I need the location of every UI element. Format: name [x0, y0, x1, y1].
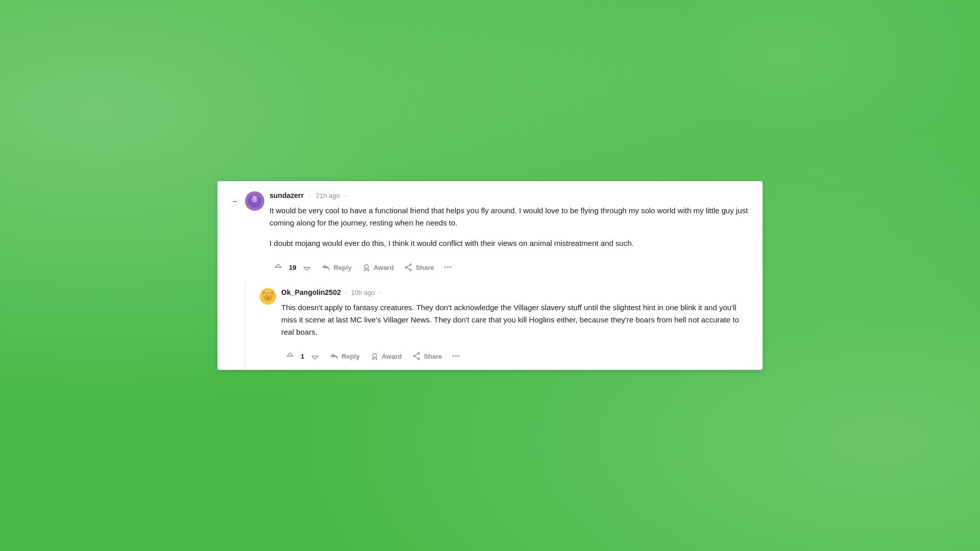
top-award-button[interactable]: Award	[358, 260, 398, 275]
reply-timestamp: 10h ago	[351, 289, 375, 296]
reply-share-button[interactable]: Share	[408, 348, 446, 364]
svg-point-25	[418, 353, 420, 354]
top-comment-username: sundazerr	[270, 191, 304, 199]
top-comment-body: It would be very cool to have a function…	[270, 205, 750, 249]
user-avatar-icon	[248, 194, 262, 208]
svg-line-28	[415, 357, 418, 359]
reply-more-button[interactable]: ···	[448, 348, 463, 364]
svg-point-12	[410, 269, 411, 271]
thread-line	[244, 281, 246, 370]
downvote-button[interactable]	[298, 260, 315, 275]
reply-body: This doesn't apply to fantasy creatures.…	[281, 302, 750, 338]
top-more-button[interactable]: ···	[440, 260, 456, 275]
share-icon	[404, 263, 413, 272]
top-comment-actions: 19 Reply	[270, 255, 750, 281]
top-comment-paragraph-2: I doubt mojang would ever do this, I thi…	[270, 237, 750, 249]
minus-icon	[232, 198, 238, 205]
svg-point-24	[373, 354, 377, 358]
reply-share-icon	[412, 352, 421, 361]
reply-actions: 1 Reply	[281, 343, 750, 370]
reply-comment: Ok_Pangolin2502 · 10h ago · This doesn't…	[260, 281, 750, 370]
svg-point-22	[270, 295, 271, 296]
svg-point-11	[405, 267, 407, 268]
dot-separator-1: ·	[309, 191, 311, 199]
svg-point-9	[364, 265, 369, 269]
reply-vote-count: 1	[301, 353, 304, 360]
comment-card: sundazerr · 21h ago · It would be very c…	[217, 181, 763, 370]
reply-award-icon	[370, 352, 379, 361]
svg-point-26	[413, 356, 415, 357]
pangolin-avatar-icon	[260, 288, 276, 305]
reply-upvote-icon	[285, 352, 295, 361]
reply-downvote-icon	[310, 352, 320, 361]
upvote-icon	[274, 263, 283, 272]
svg-point-23	[267, 297, 269, 298]
reply-award-button[interactable]: Award	[366, 348, 406, 364]
thread-section: Ok_Pangolin2502 · 10h ago · This doesn't…	[244, 281, 750, 370]
top-comment-vote-count: 19	[289, 264, 296, 271]
reply-downvote-button[interactable]	[306, 348, 324, 364]
collapse-button[interactable]	[230, 196, 240, 207]
reply-dot-1: ·	[345, 288, 347, 296]
avatar	[245, 191, 264, 211]
reply-dot-2: ·	[379, 288, 381, 296]
upvote-button[interactable]	[270, 260, 287, 275]
top-reply-button[interactable]: Reply	[317, 260, 355, 275]
downvote-icon	[302, 263, 311, 272]
dot-separator-2: ·	[345, 191, 347, 199]
reply-username: Ok_Pangolin2502	[281, 288, 341, 296]
svg-point-21	[265, 295, 266, 296]
top-comment: sundazerr · 21h ago · It would be very c…	[230, 191, 750, 281]
reply-icon	[322, 263, 331, 272]
reply-reply-button[interactable]: Reply	[326, 348, 363, 364]
svg-point-27	[418, 358, 420, 360]
svg-line-14	[407, 265, 410, 267]
svg-point-5	[253, 198, 254, 199]
svg-line-29	[415, 354, 418, 356]
svg-line-13	[407, 268, 410, 270]
reply-reply-icon	[330, 352, 339, 361]
award-icon	[362, 263, 371, 272]
top-share-button[interactable]: Share	[400, 260, 438, 275]
top-comment-paragraph-1: It would be very cool to have a function…	[270, 205, 750, 229]
top-comment-timestamp: 21h ago	[316, 192, 340, 199]
reply-upvote-button[interactable]	[281, 348, 299, 364]
reply-avatar	[260, 288, 276, 305]
svg-point-10	[410, 264, 411, 265]
